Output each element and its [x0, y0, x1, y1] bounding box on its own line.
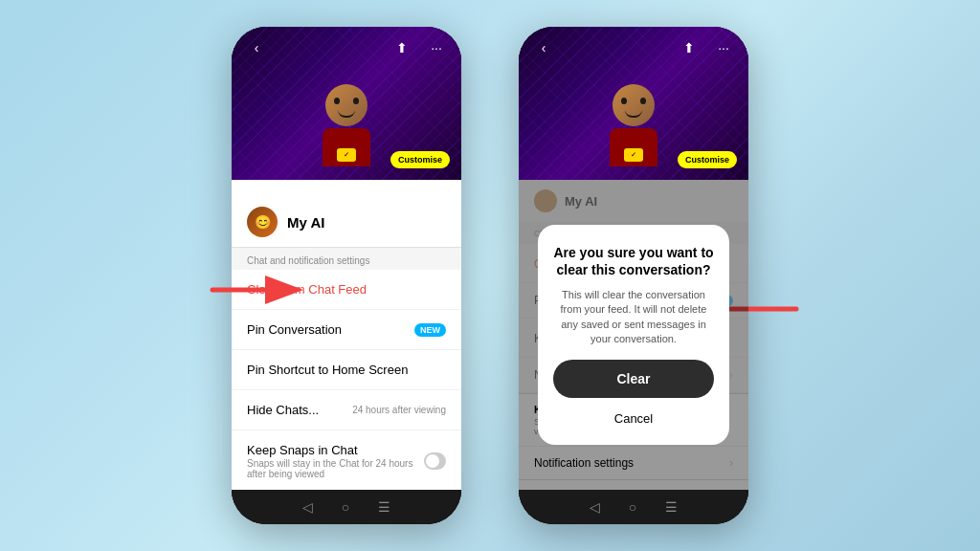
- nav-home-icon-2[interactable]: ○: [629, 499, 636, 515]
- snap-header-2: ✓ ‹ ⬆ ··· Customise: [519, 27, 748, 180]
- settings-panel-1: 😊 My AI Chat and notification settings C…: [232, 180, 461, 490]
- nav-menu-icon-2[interactable]: ☰: [665, 499, 678, 515]
- nav-menu-icon-1[interactable]: ☰: [378, 499, 390, 515]
- keep-snaps-label: Keep Snaps in Chat: [247, 443, 424, 457]
- nav-bar-2: ◁ ○ ☰: [519, 490, 748, 524]
- hide-chats-label: Hide Chats...: [247, 403, 319, 417]
- hide-chats-value: 24 hours after viewing: [352, 405, 446, 415]
- profile-name-1: My AI: [287, 214, 324, 231]
- profile-avatar-1: 😊: [247, 207, 278, 237]
- left-arrow: [203, 266, 308, 318]
- settings-panel-2: My AI Chat and notification settings Cle…: [519, 180, 748, 490]
- keep-snaps-toggle[interactable]: [424, 452, 446, 470]
- keep-snaps-sub: Snaps will stay in the Chat for 24 hours…: [247, 458, 424, 479]
- share-icon-2[interactable]: ⬆: [676, 34, 702, 61]
- snap-top-bar-2: ‹ ⬆ ···: [519, 34, 748, 61]
- cancel-button[interactable]: Cancel: [611, 408, 657, 430]
- bitmoji-1: ✓: [308, 75, 385, 170]
- back-icon-1[interactable]: ‹: [243, 34, 270, 61]
- dialog-overlay: Are you sure you want to clear this conv…: [519, 180, 748, 490]
- back-icon-2[interactable]: ‹: [530, 34, 557, 61]
- nav-home-icon-1[interactable]: ○: [342, 499, 349, 515]
- clear-dialog: Are you sure you want to clear this conv…: [538, 225, 729, 446]
- snap-top-bar-1: ‹ ⬆ ···: [232, 34, 461, 61]
- phones-container: ✓ ‹ ⬆ ··· Customise: [232, 27, 748, 524]
- dialog-body: This will clear the conversation from yo…: [553, 288, 714, 347]
- pin-shortcut-label: Pin Shortcut to Home Screen: [247, 363, 408, 377]
- menu-item-hide-chats[interactable]: Hide Chats... 24 hours after viewing: [232, 390, 461, 430]
- clear-button[interactable]: Clear: [553, 360, 714, 398]
- share-icon-1[interactable]: ⬆: [389, 34, 415, 61]
- new-badge: NEW: [414, 323, 446, 337]
- more-icon-2[interactable]: ···: [710, 34, 737, 61]
- nav-back-icon-1[interactable]: ◁: [302, 499, 313, 515]
- nav-bar-1: ◁ ○ ☰: [232, 490, 461, 524]
- bitmoji-2: ✓: [595, 75, 672, 170]
- menu-item-pin-shortcut[interactable]: Pin Shortcut to Home Screen: [232, 350, 461, 390]
- more-icon-1[interactable]: ···: [423, 34, 450, 61]
- phone-2: ✓ ‹ ⬆ ··· Customise: [519, 27, 748, 524]
- customise-btn-2[interactable]: Customise: [678, 151, 737, 168]
- dialog-title: Are you sure you want to clear this conv…: [553, 244, 714, 278]
- customise-btn-1[interactable]: Customise: [390, 151, 450, 168]
- pin-conversation-label: Pin Conversation: [247, 322, 342, 337]
- snap-header-1: ✓ ‹ ⬆ ··· Customise: [232, 27, 461, 180]
- profile-header-1: 😊 My AI: [232, 180, 461, 248]
- menu-item-keep-snaps: Keep Snaps in Chat Snaps will stay in th…: [232, 430, 461, 490]
- nav-back-icon-2[interactable]: ◁: [590, 499, 600, 515]
